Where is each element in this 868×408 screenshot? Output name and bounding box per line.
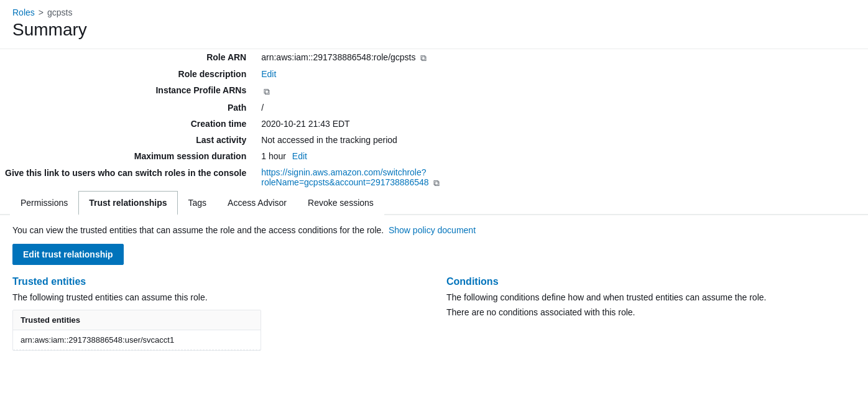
copy-arn-icon[interactable]: ⧉ bbox=[420, 53, 430, 63]
tab-tags[interactable]: Tags bbox=[178, 191, 218, 215]
role-description-label: Role description bbox=[0, 66, 256, 82]
tab-access-advisor[interactable]: Access Advisor bbox=[217, 191, 297, 215]
copy-instance-icon[interactable]: ⧉ bbox=[264, 86, 274, 96]
tabs-container: Permissions Trust relationships Tags Acc… bbox=[0, 191, 868, 215]
tab-trust-relationships[interactable]: Trust relationships bbox=[78, 191, 177, 215]
conditions-heading: Conditions bbox=[446, 276, 856, 287]
max-session-edit-link[interactable]: Edit bbox=[292, 151, 307, 161]
breadcrumb-separator: > bbox=[39, 7, 44, 17]
instance-profile-row: Instance Profile ARNs ⧉ bbox=[0, 82, 560, 99]
creation-time-value: 2020-10-21 21:43 EDT bbox=[256, 116, 560, 132]
path-value: / bbox=[256, 100, 560, 116]
last-activity-value: Not accessed in the tracking period bbox=[256, 132, 560, 148]
last-activity-row: Last activity Not accessed in the tracki… bbox=[0, 132, 560, 148]
trust-two-col: Trusted entities The following trusted e… bbox=[12, 276, 856, 351]
breadcrumb-parent-link[interactable]: Roles bbox=[12, 7, 35, 17]
trusted-entities-table-header: Trusted entities bbox=[13, 310, 261, 330]
instance-profile-label: Instance Profile ARNs bbox=[0, 82, 256, 99]
conditions-desc1: The following conditions define how and … bbox=[446, 292, 856, 302]
role-arn-text: arn:aws:iam::291738886548:role/gcpsts bbox=[261, 52, 415, 62]
trust-tab-desc-text: You can view the trusted entities that c… bbox=[12, 225, 384, 235]
max-session-label: Maximum session duration bbox=[0, 148, 256, 164]
role-arn-label: Role ARN bbox=[0, 49, 256, 66]
instance-profile-value: ⧉ bbox=[256, 82, 560, 99]
switch-role-value: https://signin.aws.amazon.com/switchrole… bbox=[256, 164, 560, 191]
edit-trust-relationship-button[interactable]: Edit trust relationship bbox=[12, 244, 124, 265]
trust-tab-description: You can view the trusted entities that c… bbox=[12, 225, 856, 235]
conditions-section: Conditions The following conditions defi… bbox=[446, 276, 856, 317]
trusted-entity-row: arn:aws:iam::291738886548:user/svcacct1 bbox=[13, 330, 261, 350]
role-description-edit-link[interactable]: Edit bbox=[261, 69, 276, 79]
role-description-row: Role description Edit bbox=[0, 66, 560, 82]
trusted-entities-desc: The following trusted entities can assum… bbox=[12, 292, 422, 302]
trusted-entities-table: Trusted entities arn:aws:iam::2917388865… bbox=[12, 310, 261, 351]
creation-time-label: Creation time bbox=[0, 116, 256, 132]
max-session-value: 1 hour Edit bbox=[256, 148, 560, 164]
breadcrumb: Roles > gcpsts bbox=[0, 0, 868, 20]
max-session-text: 1 hour bbox=[261, 151, 286, 161]
role-arn-row: Role ARN arn:aws:iam::291738886548:role/… bbox=[0, 49, 560, 66]
tab-permissions[interactable]: Permissions bbox=[10, 191, 78, 215]
tab-revoke-sessions[interactable]: Revoke sessions bbox=[297, 191, 384, 215]
max-session-row: Maximum session duration 1 hour Edit bbox=[0, 148, 560, 164]
switch-role-url-link[interactable]: https://signin.aws.amazon.com/switchrole… bbox=[261, 167, 428, 187]
last-activity-label: Last activity bbox=[0, 132, 256, 148]
role-description-value: Edit bbox=[256, 66, 560, 82]
creation-time-row: Creation time 2020-10-21 21:43 EDT bbox=[0, 116, 560, 132]
breadcrumb-current: gcpsts bbox=[47, 7, 72, 17]
page-title: Summary bbox=[0, 20, 868, 49]
path-label: Path bbox=[0, 100, 256, 116]
switch-role-row: Give this link to users who can switch r… bbox=[0, 164, 560, 191]
trust-relationships-content: You can view the trusted entities that c… bbox=[0, 215, 868, 361]
path-row: Path / bbox=[0, 100, 560, 116]
copy-switch-role-icon[interactable]: ⧉ bbox=[433, 178, 443, 188]
show-policy-document-link[interactable]: Show policy document bbox=[389, 225, 476, 235]
role-arn-value: arn:aws:iam::291738886548:role/gcpsts ⧉ bbox=[256, 49, 560, 66]
conditions-desc2: There are no conditions associated with … bbox=[446, 307, 856, 317]
trusted-entities-section: Trusted entities The following trusted e… bbox=[12, 276, 422, 351]
switch-role-label: Give this link to users who can switch r… bbox=[0, 164, 256, 191]
summary-table: Role ARN arn:aws:iam::291738886548:role/… bbox=[0, 49, 560, 191]
trusted-entities-heading: Trusted entities bbox=[12, 276, 422, 287]
